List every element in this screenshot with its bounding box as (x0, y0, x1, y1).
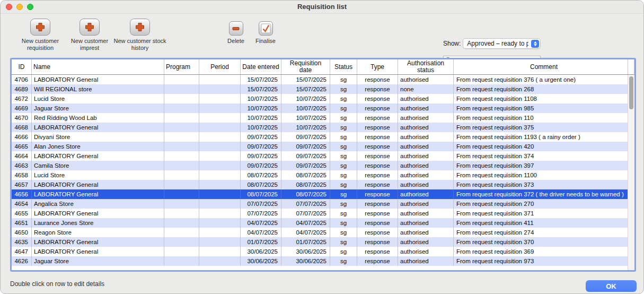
column-header-authorisation-status[interactable]: Authorisation status (398, 59, 454, 74)
toolbar: New customer requisition New customer im… (1, 14, 643, 58)
cell-period (199, 142, 241, 151)
cell-status: sg (330, 256, 357, 266)
table-row[interactable]: 4626 Jaguar Store 30/06/2025 30/06/2025 … (12, 256, 634, 266)
cell-id: 4663 (12, 161, 32, 170)
cell-requisition-date: 30/06/2025 (281, 247, 330, 256)
cell-program (164, 161, 199, 170)
cell-status: sg (330, 237, 357, 247)
table-row[interactable]: 4666 Divyani Store 09/07/2025 09/07/2025… (12, 132, 634, 142)
cell-status: sg (330, 189, 357, 199)
cell-comment: From request requisition 374 (454, 151, 634, 161)
cell-requisition-date: 07/07/2025 (281, 209, 330, 218)
cell-date-entered: 04/07/2025 (241, 218, 281, 228)
table-row[interactable]: 4650 Reagon Store 04/07/2025 04/07/2025 … (12, 228, 634, 237)
cell-status: sg (330, 151, 357, 161)
table-row[interactable]: 4664 LABORATORY General 09/07/2025 09/07… (12, 151, 634, 161)
table-row[interactable]: 4657 LABORATORY General 08/07/2025 08/07… (12, 180, 634, 189)
table-row[interactable]: 4654 Angalica Store 07/07/2025 07/07/202… (12, 199, 634, 209)
cell-date-entered: 09/07/2025 (241, 142, 281, 151)
show-dropdown[interactable]: Approved – ready to pro… (463, 38, 541, 49)
cell-period (199, 103, 241, 113)
table-row[interactable]: 4663 Camila Store 09/07/2025 09/07/2025 … (12, 161, 634, 170)
cell-requisition-date: 15/07/2025 (281, 75, 330, 84)
cell-status: sg (330, 170, 357, 180)
cell-type: response (357, 123, 398, 132)
column-header-program[interactable]: Program (164, 59, 199, 74)
cell-name: LABORATORY General (32, 247, 164, 256)
cell-type: response (357, 199, 398, 209)
column-header-name[interactable]: Name (32, 59, 164, 74)
table-row[interactable]: 4658 Lucid Store 08/07/2025 08/07/2025 s… (12, 170, 634, 180)
cell-type: response (357, 228, 398, 237)
cell-name: LABORATORY General (32, 209, 164, 218)
cell-status: sg (330, 142, 357, 151)
delete-button[interactable]: Delete (221, 21, 251, 45)
column-header-type[interactable]: Type (357, 59, 398, 74)
scrollbar-thumb[interactable] (629, 76, 633, 109)
cell-status: sg (330, 161, 357, 170)
cell-status: sg (330, 103, 357, 113)
cell-comment: From request requisition 371 (454, 209, 634, 218)
cell-requisition-date: 10/07/2025 (281, 94, 330, 103)
cell-comment: From request requisition 420 (454, 142, 634, 151)
cell-id: 4668 (12, 123, 32, 132)
cell-program (164, 132, 199, 142)
cell-authorisation-status: authorised (398, 103, 454, 113)
column-header-status[interactable]: Status (330, 59, 357, 74)
cell-requisition-date: 01/07/2025 (281, 237, 330, 247)
cell-status: sg (330, 75, 357, 84)
cell-comment: From request requisition 110 (454, 113, 634, 123)
table-row[interactable]: 4672 Lucid Store 10/07/2025 10/07/2025 s… (12, 94, 634, 103)
cell-requisition-date: 15/07/2025 (281, 84, 330, 94)
cell-id: 4654 (12, 199, 32, 209)
table-row[interactable]: 4635 LABORATORY General 01/07/2025 01/07… (12, 237, 634, 247)
finalise-button[interactable]: Finalise (250, 21, 281, 45)
cell-authorisation-status: authorised (398, 228, 454, 237)
column-header-id[interactable]: ID (12, 59, 32, 74)
cell-type: response (357, 256, 398, 266)
table-row[interactable]: 4668 LABORATORY General 10/07/2025 10/07… (12, 123, 634, 132)
cell-program (164, 209, 199, 218)
table-row[interactable]: 4669 Jaguar Store 10/07/2025 10/07/2025 … (12, 103, 634, 113)
table-row[interactable]: 4655 LABORATORY General 07/07/2025 07/07… (12, 209, 634, 218)
cell-status: sg (330, 199, 357, 209)
vertical-scrollbar[interactable] (628, 75, 634, 270)
cell-authorisation-status: authorised (398, 132, 454, 142)
ok-button[interactable]: OK (586, 280, 637, 292)
cell-name: Laurance Jones Store (32, 218, 164, 228)
cell-status: sg (330, 84, 357, 94)
cell-program (164, 94, 199, 103)
new-customer-imprest-button[interactable]: New customer imprest (63, 19, 116, 51)
column-header-comment[interactable]: Comment (454, 59, 634, 74)
table-row[interactable]: 4656 LABORATORY General 08/07/2025 08/07… (12, 189, 634, 199)
cell-period (199, 228, 241, 237)
table-row[interactable]: 4706 LABORATORY General 15/07/2025 15/07… (12, 75, 634, 84)
cell-id: 4666 (12, 132, 32, 142)
window-title: Requisition list (1, 3, 643, 11)
table-body: 4706 LABORATORY General 15/07/2025 15/07… (12, 75, 634, 266)
cell-name: LABORATORY General (32, 189, 164, 199)
table-row[interactable]: 4665 Alan Jones Store 09/07/2025 09/07/2… (12, 142, 634, 151)
cell-requisition-date: 08/07/2025 (281, 189, 330, 199)
check-icon (259, 21, 273, 36)
table-row[interactable]: 4689 Will REGIONAL store 15/07/2025 15/0… (12, 84, 634, 94)
cell-name: Angalica Store (32, 199, 164, 209)
cell-id: 4672 (12, 94, 32, 103)
cell-period (199, 209, 241, 218)
cell-name: LABORATORY General (32, 123, 164, 132)
cell-id: 4664 (12, 151, 32, 161)
cell-period (199, 199, 241, 209)
new-customer-stock-history-button[interactable]: New customer stock history (113, 19, 166, 51)
cell-period (199, 237, 241, 247)
column-header-period[interactable]: Period (199, 59, 241, 74)
column-header-requisition-date[interactable]: Requisition date (281, 59, 330, 74)
cell-status: sg (330, 94, 357, 103)
table-row[interactable]: 4647 LABORATORY General 30/06/2025 30/06… (12, 247, 634, 256)
cell-id: 4670 (12, 113, 32, 123)
cell-date-entered: 09/07/2025 (241, 161, 281, 170)
table-row[interactable]: 4670 Red Ridding Wood Lab 10/07/2025 10/… (12, 113, 634, 123)
column-header-date-entered[interactable]: Date entered (241, 59, 281, 74)
table-row[interactable]: 4651 Laurance Jones Store 04/07/2025 04/… (12, 218, 634, 228)
cell-comment: From request requisition 1108 (454, 94, 634, 103)
new-customer-requisition-button[interactable]: New customer requisition (14, 19, 67, 51)
